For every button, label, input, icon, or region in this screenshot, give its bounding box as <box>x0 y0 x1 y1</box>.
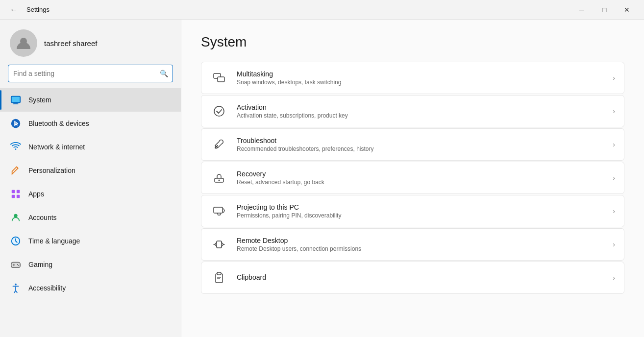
avatar <box>10 29 37 57</box>
chevron-icon-activation: › <box>613 107 615 115</box>
chevron-icon-clipboard: › <box>613 274 615 282</box>
svg-point-5 <box>15 148 17 150</box>
chevron-icon-multitasking: › <box>613 74 615 82</box>
sidebar-nav: System Bluetooth & devices <box>0 88 181 300</box>
close-button[interactable]: ✕ <box>616 2 638 18</box>
setting-text-recovery: Recovery Reset, advanced startup, go bac… <box>237 170 604 186</box>
svg-point-20 <box>214 106 224 116</box>
svg-rect-27 <box>217 272 221 275</box>
maximize-button[interactable]: □ <box>593 2 616 18</box>
setting-text-troubleshoot: Troubleshoot Recommended troubleshooters… <box>237 137 604 152</box>
setting-item-troubleshoot[interactable]: Troubleshoot Recommended troubleshooters… <box>201 128 624 161</box>
accessibility-icon <box>10 282 22 294</box>
sidebar-item-accounts[interactable]: Accounts <box>0 206 181 229</box>
svg-point-17 <box>15 284 17 286</box>
setting-item-remote-desktop[interactable]: Remote Desktop Remote Desktop users, con… <box>201 228 624 261</box>
svg-point-23 <box>219 180 220 181</box>
sidebar-item-personalization[interactable]: Personalization <box>0 159 181 182</box>
personalization-icon <box>10 165 22 176</box>
setting-text-remote-desktop: Remote Desktop Remote Desktop users, con… <box>237 237 604 252</box>
svg-rect-26 <box>216 274 223 283</box>
sidebar-item-gaming[interactable]: Gaming <box>0 253 181 276</box>
svg-rect-9 <box>17 195 20 198</box>
setting-title-projecting: Projecting to this PC <box>237 203 604 211</box>
accounts-icon <box>10 212 22 223</box>
title-bar: ← Settings ─ □ ✕ <box>0 0 644 20</box>
setting-desc-multitasking: Snap windows, desktops, task switching <box>237 79 604 86</box>
setting-title-multitasking: Multitasking <box>237 70 604 78</box>
setting-desc-remote-desktop: Remote Desktop users, connection permiss… <box>237 245 604 252</box>
setting-item-clipboard[interactable]: Clipboard › <box>201 262 624 294</box>
system-icon <box>10 94 22 106</box>
chevron-icon-remote-desktop: › <box>613 241 615 248</box>
page-title: System <box>201 34 624 50</box>
svg-rect-8 <box>12 195 15 198</box>
chevron-icon-recovery: › <box>613 174 615 182</box>
svg-point-15 <box>17 264 18 265</box>
svg-rect-12 <box>11 262 20 267</box>
chevron-icon-projecting: › <box>613 207 615 215</box>
sidebar-item-label-time: Time & language <box>28 237 80 245</box>
settings-list: Multitasking Snap windows, desktops, tas… <box>201 62 624 294</box>
sidebar-item-network[interactable]: Network & internet <box>0 135 181 159</box>
bluetooth-icon <box>10 118 22 129</box>
sidebar-item-system[interactable]: System <box>0 88 181 112</box>
user-section: tashreef shareef <box>0 20 181 65</box>
setting-item-projecting[interactable]: Projecting to this PC Permissions, pairi… <box>201 195 624 227</box>
activation-icon <box>210 102 228 120</box>
setting-desc-troubleshoot: Recommended troubleshooters, preferences… <box>237 145 604 152</box>
sidebar-item-label-bluetooth: Bluetooth & devices <box>28 120 89 127</box>
troubleshoot-icon <box>210 136 228 153</box>
setting-text-activation: Activation Activation state, subscriptio… <box>237 103 604 119</box>
gaming-icon <box>10 259 22 270</box>
setting-item-multitasking[interactable]: Multitasking Snap windows, desktops, tas… <box>201 62 624 94</box>
chevron-icon-troubleshoot: › <box>613 141 615 148</box>
setting-desc-recovery: Reset, advanced startup, go back <box>237 179 604 186</box>
back-button[interactable]: ← <box>6 2 22 18</box>
setting-title-recovery: Recovery <box>237 170 604 178</box>
setting-text-multitasking: Multitasking Snap windows, desktops, tas… <box>237 70 604 86</box>
clipboard-icon <box>210 269 228 287</box>
sidebar-item-accessibility[interactable]: Accessibility <box>0 276 181 300</box>
setting-title-remote-desktop: Remote Desktop <box>237 237 604 244</box>
remote-desktop-icon <box>210 236 228 253</box>
title-bar-left: ← Settings <box>6 2 50 18</box>
sidebar-item-label-gaming: Gaming <box>28 261 52 268</box>
svg-rect-19 <box>218 77 224 82</box>
svg-rect-1 <box>11 96 20 103</box>
setting-item-recovery[interactable]: Recovery Reset, advanced startup, go bac… <box>201 162 624 194</box>
sidebar-item-time[interactable]: Time & language <box>0 229 181 253</box>
sidebar-item-label-personalization: Personalization <box>28 167 75 174</box>
sidebar-item-bluetooth[interactable]: Bluetooth & devices <box>0 112 181 135</box>
setting-desc-projecting: Permissions, pairing PIN, discoverabilit… <box>237 212 604 219</box>
svg-rect-7 <box>17 190 20 193</box>
window-controls: ─ □ ✕ <box>570 2 638 18</box>
sidebar-item-label-accounts: Accounts <box>28 214 57 221</box>
sidebar-item-label-apps: Apps <box>28 190 44 198</box>
time-icon <box>10 235 22 247</box>
svg-rect-6 <box>12 190 15 193</box>
setting-title-clipboard: Clipboard <box>237 273 604 281</box>
sidebar-item-apps[interactable]: Apps <box>0 182 181 206</box>
setting-title-troubleshoot: Troubleshoot <box>237 137 604 144</box>
setting-item-activation[interactable]: Activation Activation state, subscriptio… <box>201 95 624 127</box>
setting-text-projecting: Projecting to this PC Permissions, pairi… <box>237 203 604 219</box>
network-icon <box>10 141 22 153</box>
setting-text-clipboard: Clipboard <box>237 273 604 282</box>
sidebar-item-label-network: Network & internet <box>28 143 85 151</box>
svg-point-4 <box>11 119 20 128</box>
recovery-icon <box>210 169 228 187</box>
svg-rect-2 <box>14 103 17 104</box>
sidebar-item-label-accessibility: Accessibility <box>28 284 66 292</box>
minimize-button[interactable]: ─ <box>570 2 593 18</box>
search-icon: 🔍 <box>160 70 168 77</box>
setting-desc-activation: Activation state, subscriptions, product… <box>237 112 604 119</box>
search-input[interactable] <box>8 65 173 82</box>
svg-point-10 <box>14 214 17 217</box>
sidebar: tashreef shareef 🔍 System <box>0 20 181 337</box>
svg-rect-24 <box>214 207 223 213</box>
svg-rect-3 <box>13 103 19 104</box>
apps-icon <box>10 188 22 200</box>
app-body: tashreef shareef 🔍 System <box>0 20 644 337</box>
search-box: 🔍 <box>8 65 173 82</box>
